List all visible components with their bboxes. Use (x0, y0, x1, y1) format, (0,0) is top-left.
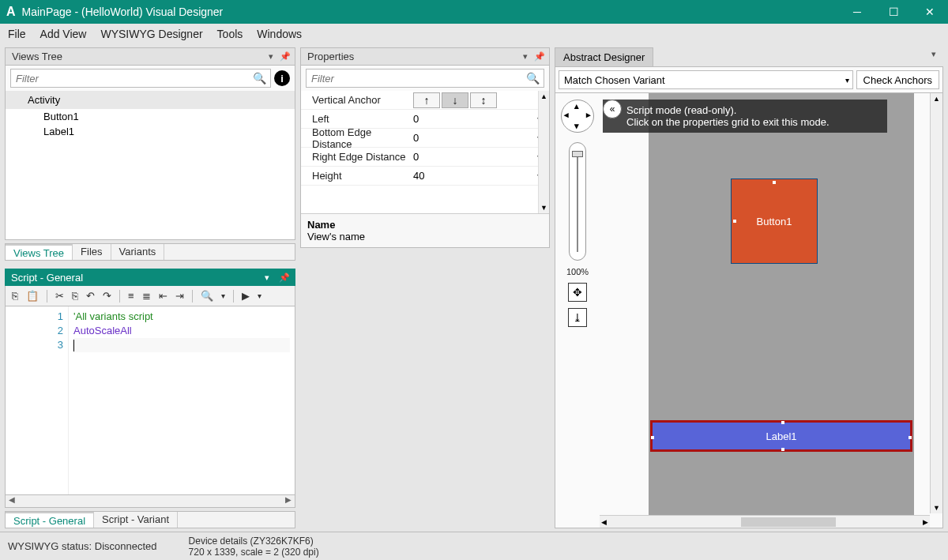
pan-up-icon[interactable]: ▴ (574, 101, 579, 111)
button1-label: Button1 (757, 216, 792, 227)
prop-name: Bottom Edge Distance (301, 126, 408, 150)
prop-row[interactable]: Right Edge Distance 0▾ (301, 148, 549, 167)
pin-icon[interactable]: 📌 (279, 51, 292, 63)
label1-label: Label1 (766, 430, 796, 442)
indent-left-icon[interactable]: ≡ (128, 290, 134, 302)
app-icon: A (6, 5, 16, 19)
export-icon[interactable]: ⤓ (568, 308, 587, 327)
tab-script-general[interactable]: Script - General (6, 512, 94, 528)
panel-menu-icon[interactable]: ▾ (927, 47, 940, 60)
search-dropdown-icon[interactable]: ▾ (221, 291, 225, 300)
script-title: Script - General (11, 272, 83, 284)
pan-down-icon[interactable]: ▾ (574, 121, 579, 131)
script-toolbar: ⎘ 📋 ✂ ⎘ ↶ ↷ ≡ ≣ ⇤ ⇥ 🔍 ▾ ▶ ▾ (5, 286, 295, 306)
copy-icon[interactable]: ⎘ (12, 290, 18, 302)
gutter-line: 1 (9, 310, 63, 324)
search-icon[interactable]: 🔍 (253, 72, 266, 85)
title-bar: A MainPage - (HelloWorld) Visual Designe… (0, 0, 948, 24)
prop-value: 0 (413, 113, 419, 125)
pin-icon[interactable]: 📌 (533, 51, 546, 63)
device-canvas[interactable]: Button1 Label1 (649, 93, 914, 528)
search-icon[interactable]: 🔍 (526, 72, 540, 85)
tab-views-tree[interactable]: Views Tree (6, 244, 73, 260)
script-editor[interactable]: 1 2 3 'All variants script AutoScaleAll (5, 306, 295, 495)
menu-tools[interactable]: Tools (217, 28, 243, 40)
minimize-button[interactable]: ─ (839, 0, 875, 24)
close-button[interactable]: ✕ (912, 0, 948, 24)
script-mode-banner: Script mode (read-only). Click on the pr… (603, 100, 887, 133)
variant-label: Match Chosen Variant (564, 74, 665, 86)
views-bottom-tabs: Views Tree Files Variants (5, 243, 295, 261)
panel-menu-icon[interactable]: ▾ (519, 51, 532, 63)
prop-name: Left (301, 113, 408, 125)
zoom-slider[interactable] (569, 142, 586, 261)
views-filter-input[interactable] (10, 69, 271, 88)
run-dropdown-icon[interactable]: ▾ (258, 291, 261, 300)
panel-menu-icon[interactable]: ▾ (265, 51, 277, 63)
tab-variants[interactable]: Variants (111, 244, 165, 260)
indent-right-icon[interactable]: ≣ (142, 290, 151, 302)
device-details-line1: Device details (ZY326K7KF6) (189, 536, 319, 547)
prop-name: Height (301, 170, 408, 182)
views-tree-title: Views Tree (12, 51, 62, 62)
gutter-line: 2 (9, 324, 63, 338)
tree-item-label1[interactable]: Label1 (6, 124, 295, 139)
menu-file[interactable]: File (8, 28, 26, 40)
tab-abstract-designer[interactable]: Abstract Designer (555, 47, 653, 66)
tab-script-variant[interactable]: Script - Variant (94, 512, 178, 528)
collapse-tools-button[interactable]: « (603, 100, 622, 118)
indent-icon[interactable]: ⇥ (175, 290, 184, 302)
prop-name: Right Edge Distance (301, 151, 408, 163)
prop-row[interactable]: Bottom Edge Distance 0▾ (301, 129, 549, 148)
prop-value: 0 (413, 151, 419, 163)
pan-right-icon[interactable]: ▸ (586, 110, 591, 120)
script-panel: Script - General ▾ 📌 ⎘ 📋 ✂ ⎘ ↶ ↷ ≡ ≣ ⇤ ⇥ (5, 269, 295, 508)
anchor-both-button[interactable]: ↕ (470, 92, 497, 108)
editor-hscroll[interactable]: ◀▶ (5, 495, 295, 508)
properties-filter-input[interactable] (306, 69, 544, 88)
canvas-label1[interactable]: Label1 (650, 420, 912, 452)
variant-select[interactable]: Match Chosen Variant ▾ (559, 70, 853, 89)
script-bottom-tabs: Script - General Script - Variant (5, 511, 295, 528)
canvas-button1[interactable]: Button1 (731, 179, 818, 264)
window-title: MainPage - (HelloWorld) Visual Designer (22, 6, 224, 18)
prop-value: 40 (413, 170, 424, 182)
code-line: 'All variants script (73, 310, 153, 322)
tree-item-button1[interactable]: Button1 (6, 109, 295, 124)
prop-row[interactable]: Height 40▾ (301, 167, 549, 186)
prop-row[interactable]: Vertical Anchor ↑ ↓ ↕ (301, 91, 549, 110)
pin-icon[interactable]: 📌 (278, 271, 291, 284)
anchor-down-button[interactable]: ↓ (442, 92, 468, 108)
run-icon[interactable]: ▶ (242, 290, 250, 302)
menu-add-view[interactable]: Add View (40, 28, 87, 40)
anchor-up-button[interactable]: ↑ (413, 92, 440, 108)
properties-scrollbar[interactable]: ▲▼ (538, 91, 549, 213)
panel-menu-icon[interactable]: ▾ (261, 271, 273, 284)
undo-icon[interactable]: ↶ (86, 290, 95, 302)
copy2-icon[interactable]: ⎘ (72, 290, 78, 302)
fit-icon[interactable]: ✥ (568, 283, 587, 302)
prop-name: Vertical Anchor (301, 94, 408, 106)
redo-icon[interactable]: ↷ (103, 290, 111, 302)
zoom-label: 100% (566, 267, 589, 276)
pan-left-icon[interactable]: ◂ (564, 110, 569, 120)
search-icon[interactable]: 🔍 (201, 290, 213, 302)
tree-root-activity[interactable]: Activity (6, 91, 295, 109)
gutter-line: 3 (9, 338, 63, 352)
check-anchors-button[interactable]: Check Anchors (856, 70, 939, 89)
maximize-button[interactable]: ☐ (875, 0, 912, 24)
menu-wysiwyg-designer[interactable]: WYSIWYG Designer (100, 28, 202, 40)
text-cursor (73, 340, 74, 351)
views-tree-panel: Views Tree ▾ 📌 🔍 i Activity Button1 Labe… (5, 47, 295, 240)
properties-title: Properties (307, 51, 354, 62)
tab-files[interactable]: Files (73, 244, 111, 260)
info-icon[interactable]: i (274, 70, 290, 86)
device-details-line2: 720 x 1339, scale = 2 (320 dpi) (189, 547, 319, 558)
menu-windows[interactable]: Windows (257, 28, 302, 40)
pan-control[interactable]: ▴ ▾ ◂ ▸ (561, 100, 594, 133)
cut-icon[interactable]: ✂ (55, 290, 64, 302)
canvas-hscroll[interactable]: ◀▶ (600, 515, 930, 528)
paste-icon[interactable]: 📋 (26, 290, 39, 302)
outdent-icon[interactable]: ⇤ (159, 290, 167, 302)
canvas-vscroll[interactable]: ▲▼ (930, 93, 942, 513)
